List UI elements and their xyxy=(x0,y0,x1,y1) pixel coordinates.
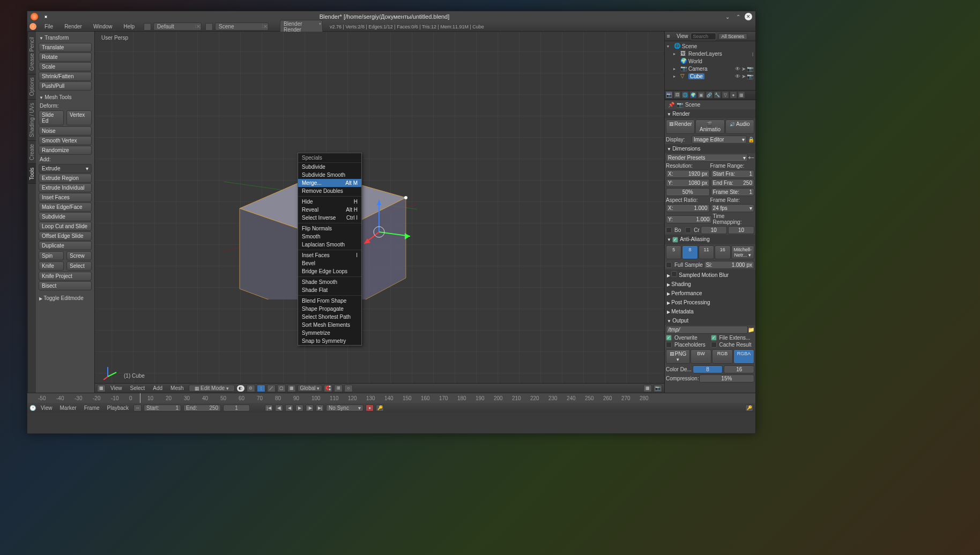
tl-view[interactable]: View xyxy=(38,405,55,411)
snap-icon[interactable]: 🧲 xyxy=(324,385,332,392)
tl-frame[interactable]: Frame xyxy=(81,405,102,411)
tab-render[interactable]: 📷 xyxy=(665,91,673,99)
play-rev-icon[interactable]: ◀ xyxy=(285,404,293,411)
snap-type-icon[interactable]: ⊞ xyxy=(334,385,343,392)
3d-viewport[interactable]: User Persp (1) Cube xyxy=(95,32,664,393)
samples-8[interactable]: 8 xyxy=(682,245,697,259)
tab-texture[interactable]: ▦ xyxy=(738,91,745,99)
section-post-processing[interactable]: Post Processing xyxy=(665,298,755,307)
translate-button[interactable]: Translate xyxy=(39,43,92,52)
panel-toggle-editmode[interactable]: Toggle Editmode xyxy=(38,294,93,303)
context-bridge-edge-loops[interactable]: Bridge Edge Loops xyxy=(298,267,361,275)
render-button[interactable]: 🖼Render xyxy=(666,119,695,134)
maximize-button[interactable]: ⌃ xyxy=(734,12,743,21)
section-render[interactable]: Render xyxy=(665,109,755,118)
filter-size-field[interactable]: Si:1.000 px xyxy=(704,261,754,269)
samples-16[interactable]: 16 xyxy=(715,245,730,259)
next-key-icon[interactable]: |▶ xyxy=(306,404,314,411)
context-blend-from-shape[interactable]: Blend From Shape xyxy=(298,297,361,305)
outliner-type-icon[interactable]: ≡ xyxy=(667,33,674,39)
orientation-selector[interactable]: Global ▾ xyxy=(298,385,322,392)
close-button[interactable]: ✕ xyxy=(745,13,752,20)
context-shape-propagate[interactable]: Shape Propagate xyxy=(298,305,361,313)
slide-edge-button[interactable]: Slide Ed xyxy=(39,110,64,125)
tab-scene-prop[interactable]: 🌐 xyxy=(681,91,689,99)
tab-world-prop[interactable]: 🌍 xyxy=(689,91,697,99)
randomize-button[interactable]: Randomize xyxy=(39,146,92,155)
inset-faces-button[interactable]: Inset Faces xyxy=(39,193,92,202)
tab-shading-uvs[interactable]: Shading / UVs xyxy=(28,100,36,141)
subdivide-button[interactable]: Subdivide xyxy=(39,212,92,221)
prop-edit-icon[interactable]: ○ xyxy=(344,385,353,392)
tab-modifier[interactable]: 🔧 xyxy=(714,91,721,99)
editor-type-icon[interactable]: ▦ xyxy=(97,385,106,392)
section-output[interactable]: Output xyxy=(665,316,755,325)
context-symmetrize[interactable]: Symmetrize xyxy=(298,329,361,337)
context-select-shortest-path[interactable]: Select Shortest Path xyxy=(298,313,361,321)
layer-icon[interactable]: ▦ xyxy=(643,385,652,392)
output-path-field[interactable]: /tmp/ xyxy=(666,326,748,334)
aspect-y-field[interactable]: Y:1.000 xyxy=(666,215,712,223)
context-hide[interactable]: HideH xyxy=(298,198,361,206)
select-menu[interactable]: Select xyxy=(127,385,149,391)
context-shade-smooth[interactable]: Shade Smooth xyxy=(298,278,361,286)
layout-grid-icon[interactable] xyxy=(144,23,151,31)
tab-options[interactable]: Options xyxy=(28,74,36,100)
res-y-field[interactable]: Y:1080 px xyxy=(666,179,710,187)
compression-field[interactable]: 15% xyxy=(699,374,754,382)
frame-step-field[interactable]: Frame Ste:1 xyxy=(711,188,755,196)
extrude-region-button[interactable]: Extrude Region xyxy=(39,174,92,183)
audio-button[interactable]: 🔊Audio xyxy=(725,119,754,134)
fps-selector[interactable]: 24 fps▾ xyxy=(711,204,755,212)
samples-11[interactable]: 11 xyxy=(699,245,714,259)
context-remove-doubles[interactable]: Remove Doubles xyxy=(298,187,361,195)
tl-marker[interactable]: Marker xyxy=(57,405,79,411)
playhead[interactable] xyxy=(140,393,140,403)
keyset-icon[interactable]: 🔑 xyxy=(745,404,753,411)
outliner-filter[interactable]: All Scenes xyxy=(718,33,748,40)
tab-object[interactable]: ▣ xyxy=(697,91,705,99)
res-x-field[interactable]: X:1920 px xyxy=(666,170,710,178)
tab-constraint[interactable]: 🔗 xyxy=(706,91,713,99)
extrude-dropdown[interactable]: Extrude ▾ xyxy=(39,164,92,173)
pin-icon[interactable]: 📌 xyxy=(668,102,674,108)
offset-edge-slide-button[interactable]: Offset Edge Slide xyxy=(39,231,92,241)
timeline-type-icon[interactable]: 🕐 xyxy=(29,405,36,411)
add-menu[interactable]: Add xyxy=(150,385,166,391)
panel-mesh-tools[interactable]: Mesh Tools xyxy=(38,93,93,102)
tab-tools[interactable]: Tools xyxy=(28,164,36,183)
placeholders-check[interactable] xyxy=(666,342,672,348)
outliner-renderlayers[interactable]: RenderLayers xyxy=(688,51,722,57)
context-sort-mesh-elements[interactable]: Sort Mesh Elements xyxy=(298,321,361,329)
make-edge-face-button[interactable]: Make Edge/Face xyxy=(39,202,92,212)
start-frame-input[interactable]: Start:1 xyxy=(144,404,181,411)
knife-select-button[interactable]: Select xyxy=(66,261,92,271)
context-shade-flat[interactable]: Shade Flat xyxy=(298,286,361,294)
outliner-world[interactable]: World xyxy=(688,58,702,64)
section-dimensions[interactable]: Dimensions xyxy=(665,144,755,153)
outliner-camera[interactable]: Camera xyxy=(688,66,708,72)
section-metadata[interactable]: Metadata xyxy=(665,307,755,316)
render-presets[interactable]: Render Presets▾ xyxy=(666,154,748,162)
limit-sel-icon[interactable]: ▦ xyxy=(287,385,296,392)
spin-button[interactable]: Spin xyxy=(39,251,64,260)
prev-key-icon[interactable]: ◀| xyxy=(275,404,283,411)
display-selector[interactable]: Image Editor▾ xyxy=(692,136,747,144)
remove-preset-icon[interactable]: − xyxy=(751,155,754,161)
context-subdivide[interactable]: Subdivide xyxy=(298,163,361,171)
section-shading[interactable]: Shading xyxy=(665,280,755,289)
menu-render[interactable]: Render xyxy=(59,24,87,29)
animation-button[interactable]: 🎬Animatio xyxy=(695,119,724,134)
ch-rgb[interactable]: RGB xyxy=(712,349,733,364)
format-selector[interactable]: 🖼PNG ▾ xyxy=(666,349,690,364)
context-merge-[interactable]: Merge...Alt M xyxy=(298,179,361,187)
layout-selector[interactable]: Default⦙ ✕ xyxy=(153,22,202,31)
shrink-fatten-button[interactable]: Shrink/Fatten xyxy=(39,72,92,81)
outliner-cube[interactable]: Cube xyxy=(688,73,704,79)
shading-icon[interactable]: ◐ xyxy=(236,385,245,392)
depth-16[interactable]: 16 xyxy=(724,365,754,373)
tab-renderlayers[interactable]: 🖼 xyxy=(673,91,681,99)
outliner-search-input[interactable] xyxy=(691,33,716,40)
menu-window[interactable]: Window xyxy=(88,24,118,29)
mesh-menu[interactable]: Mesh xyxy=(167,385,187,391)
